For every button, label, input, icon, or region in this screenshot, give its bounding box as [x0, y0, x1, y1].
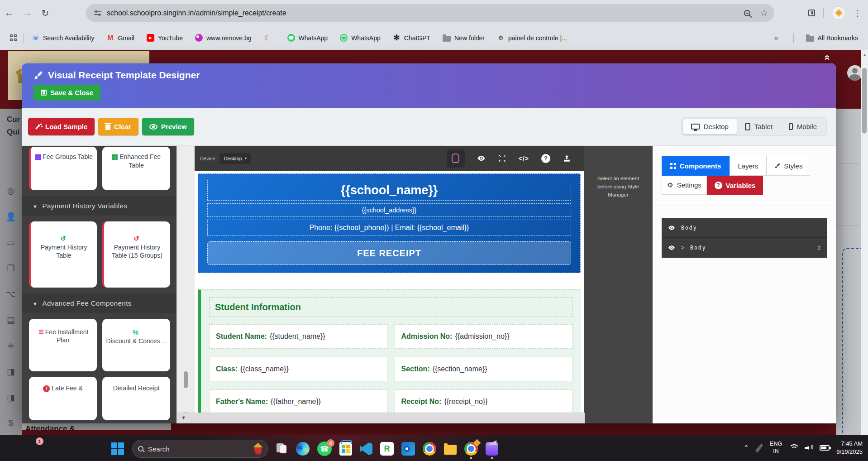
field-father-name[interactable]: Father's Name:{{father_name}}: [209, 389, 387, 414]
coin-icon[interactable]: ◎: [7, 186, 15, 196]
forward-icon[interactable]: →: [18, 8, 36, 18]
language-indicator[interactable]: ENGIN: [770, 441, 782, 455]
chevron-right-icon[interactable]: >: [681, 245, 684, 251]
field-class[interactable]: Class:{{class_name}}: [209, 357, 387, 381]
field-student-name[interactable]: Student Name:{{student_name}}: [209, 324, 387, 349]
bookmark-removebg[interactable]: www.remove.bg: [195, 34, 252, 42]
block-discount-concessions[interactable]: %Discount & Conces…: [102, 319, 170, 371]
school-contact-field[interactable]: Phone: {{school_phone}} | Email: {{schoo…: [207, 220, 571, 236]
field-section[interactable]: Section:{{section_name}}: [395, 357, 573, 381]
video-icon[interactable]: ◨: [7, 392, 15, 403]
block-payment-history-table[interactable]: ↺Payment History Table: [29, 221, 97, 288]
bookmarks-overflow-chevron[interactable]: »: [774, 34, 778, 43]
load-sample-button[interactable]: Load Sample: [28, 118, 95, 135]
field-receipt-no[interactable]: Receipt No:{{receipt_no}}: [395, 389, 573, 414]
block-payment-history-table-15[interactable]: ↺Payment History Table (15 Groups): [102, 221, 170, 288]
bookmark-painel[interactable]: ⚙painel de controle |...: [497, 34, 567, 42]
taskbar-notification-app[interactable]: 1: [26, 440, 40, 456]
scrollbar-up-icon[interactable]: ▲: [863, 53, 867, 57]
chrome-icon[interactable]: [423, 442, 436, 456]
student-info-heading[interactable]: Student Information: [209, 297, 572, 317]
layer-row-body[interactable]: Body: [662, 218, 827, 238]
block-fee-installment-plan[interactable]: Fee Installment Plan: [29, 319, 97, 371]
bookmark-chatgpt[interactable]: ✻ChatGPT: [393, 34, 430, 42]
device-select[interactable]: Desktop▾: [219, 153, 251, 164]
url-bar[interactable]: school.schoolpro.singinn.in/admin/simple…: [86, 4, 774, 22]
school-name-field[interactable]: {{school_name}}: [207, 180, 571, 201]
reload-icon[interactable]: ↻: [36, 8, 54, 19]
money-icon[interactable]: ▭: [7, 237, 15, 248]
help-icon[interactable]: ?: [541, 154, 550, 163]
chrome-profile-icon[interactable]: [464, 442, 478, 456]
canvas-page[interactable]: {{school_name}} {{school_address}} Phone…: [195, 171, 584, 423]
school-address-field[interactable]: {{school_address}}: [207, 203, 571, 217]
block-fee-groups-table[interactable]: ▦Fee Groups Table: [29, 147, 97, 190]
pen-tray-icon[interactable]: [756, 443, 763, 452]
field-admission-no[interactable]: Admission No:{{admission_no}}: [395, 324, 573, 349]
sitemap-icon[interactable]: ⌥: [6, 289, 16, 299]
clock[interactable]: 7:45 AM9/19/2025: [836, 440, 863, 456]
apps-grid-icon[interactable]: [10, 34, 17, 41]
preview-eye-icon[interactable]: [477, 154, 486, 163]
bookmark-whatsapp-2[interactable]: ☎WhatsApp: [340, 34, 381, 42]
wifi-icon[interactable]: [789, 444, 798, 451]
whatsapp-taskbar-icon[interactable]: ☎4: [317, 442, 332, 456]
side-panel-icon[interactable]: [808, 10, 815, 16]
book-icon[interactable]: ❒: [7, 263, 14, 274]
all-bookmarks[interactable]: All Bookmarks: [806, 34, 858, 42]
vscode-icon[interactable]: [360, 442, 372, 455]
bookmark-search-availability[interactable]: ⓐSearch Availability: [32, 34, 94, 42]
tab-components[interactable]: Components: [662, 156, 730, 176]
eye-icon[interactable]: [668, 244, 675, 251]
receipt-header-block[interactable]: {{school_name}} {{school_address}} Phone…: [198, 173, 581, 273]
blocks-scrollbar[interactable]: ▼: [176, 146, 195, 423]
zoom-out-icon[interactable]: [744, 10, 750, 16]
r-app-icon[interactable]: R: [380, 442, 394, 456]
variables-button[interactable]: ?Variables: [707, 176, 763, 195]
user-avatar[interactable]: [847, 65, 863, 81]
tab-styles[interactable]: Styles: [767, 156, 810, 176]
bookmark-whatsapp-1[interactable]: ☎WhatsApp: [287, 34, 328, 42]
section-payment-history-variables[interactable]: ▼Payment History Variables: [22, 196, 176, 216]
taskbar-search[interactable]: Search: [132, 440, 268, 458]
clear-button[interactable]: Clear: [98, 118, 138, 135]
preview-button[interactable]: Preview: [142, 118, 194, 135]
device-desktop-button[interactable]: Desktop: [683, 119, 737, 134]
section-advanced-fee-components[interactable]: ▼Advanced Fee Components: [22, 293, 176, 313]
fee-receipt-title[interactable]: FEE RECEIPT: [207, 241, 571, 265]
browser-profile-avatar[interactable]: [832, 6, 845, 20]
tray-expand-icon[interactable]: ⌃: [743, 444, 749, 452]
bookmark-star-icon[interactable]: ☆: [760, 9, 768, 17]
fullscreen-icon[interactable]: [498, 154, 506, 163]
start-button[interactable]: [111, 442, 124, 456]
site-info-icon[interactable]: [94, 10, 101, 16]
bookmark-gmail[interactable]: MGmail: [106, 34, 134, 42]
eye-icon[interactable]: [668, 224, 675, 231]
bookmark-crescent[interactable]: ☾: [264, 34, 275, 42]
settings-button[interactable]: ⚙Settings: [662, 176, 707, 195]
bookmark-new-folder[interactable]: New folder: [443, 34, 485, 42]
url-text[interactable]: school.schoolpro.singinn.in/admin/simple…: [107, 9, 286, 17]
back-icon[interactable]: ←: [0, 8, 18, 18]
block-enhanced-fee-table[interactable]: ▦Enhanced Fee Table: [102, 147, 170, 190]
scrollbar-down-icon[interactable]: ▼: [181, 415, 186, 420]
clipchamp-icon[interactable]: [486, 442, 498, 456]
block-late-fee[interactable]: !Late Fee &: [29, 377, 97, 420]
toggle-borders-button[interactable]: [447, 149, 465, 168]
browser-menu-icon[interactable]: ⋮: [854, 8, 862, 18]
scrollbar-thumb[interactable]: [862, 68, 867, 134]
task-view-button[interactable]: [276, 442, 288, 455]
edge-icon[interactable]: [296, 442, 310, 456]
code-view-icon[interactable]: </>: [519, 155, 529, 162]
device-tablet-button[interactable]: Tablet: [737, 119, 781, 134]
layer-row-body-nested[interactable]: > Body 2: [662, 238, 827, 258]
bookmark-youtube[interactable]: ▶YouTube: [147, 34, 183, 42]
dollar-icon[interactable]: $: [9, 418, 14, 428]
save-close-button[interactable]: Save & Close: [33, 85, 100, 101]
page-scrollbar[interactable]: ▲: [861, 50, 868, 435]
person-add-icon[interactable]: 👤: [5, 211, 16, 222]
blocks-scrollbar-thumb[interactable]: [184, 371, 188, 388]
collapse-header-icon[interactable]: «: [821, 55, 833, 58]
document-icon[interactable]: ▤: [7, 315, 15, 325]
canvas-bottom-scroll-strip[interactable]: ▼: [176, 413, 585, 423]
